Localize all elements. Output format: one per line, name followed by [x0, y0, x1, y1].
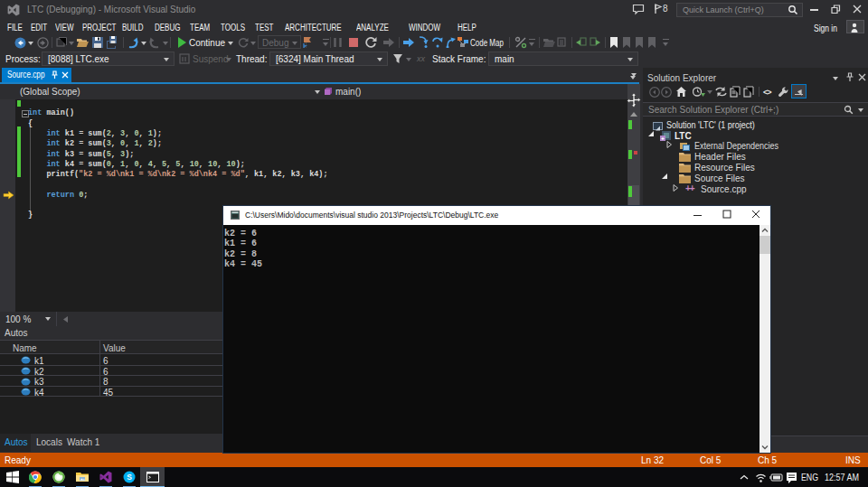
svg-text:S: S — [127, 473, 132, 482]
